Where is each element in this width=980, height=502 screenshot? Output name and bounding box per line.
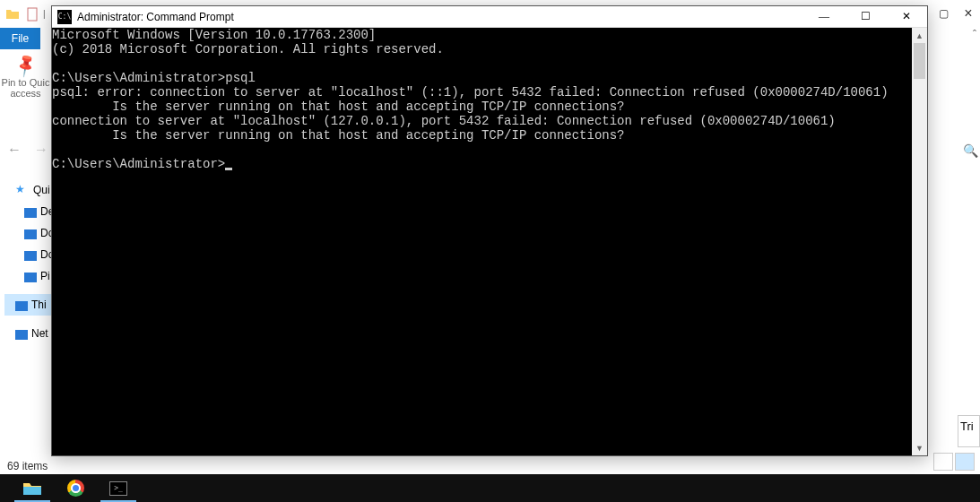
- view-large-icons-button[interactable]: [955, 453, 975, 471]
- taskbar-item-chrome[interactable]: [54, 474, 97, 502]
- nav-forward-button: →: [34, 142, 48, 158]
- command-prompt-window: C:\ Administrator: Command Prompt — ☐ ✕ …: [51, 5, 928, 456]
- pin-label-line2: access: [0, 88, 51, 99]
- status-bar-item-count: 69 items: [7, 460, 48, 472]
- scroll-thumb[interactable]: [914, 43, 925, 79]
- maximize-button[interactable]: ☐: [845, 6, 886, 28]
- cmd-line: C:\Users\Administrator>psql: [52, 71, 256, 85]
- taskbar-item-file-explorer[interactable]: [11, 474, 54, 502]
- sidebar-item-desktop[interactable]: De: [4, 201, 51, 222]
- downloads-icon: [24, 229, 37, 239]
- sidebar-item-this-pc[interactable]: Thi: [4, 294, 51, 316]
- sidebar-item-label: Pi: [40, 270, 50, 282]
- search-icon[interactable]: 🔍: [963, 143, 978, 158]
- chrome-icon: [67, 480, 84, 497]
- folder-icon: [5, 7, 20, 22]
- sidebar-item-label: Do: [40, 248, 51, 261]
- qat-divider: |: [43, 9, 46, 19]
- cmd-line: Is the server running on that host and a…: [52, 100, 625, 114]
- cmd-app-icon: C:\: [57, 10, 72, 24]
- sidebar-item-label: Thi: [31, 299, 47, 311]
- minimize-button[interactable]: —: [803, 6, 845, 28]
- ribbon-collapse-icon[interactable]: ˆ: [973, 29, 976, 41]
- cmd-titlebar[interactable]: C:\ Administrator: Command Prompt — ☐ ✕: [52, 6, 927, 28]
- cmd-terminal-output[interactable]: Microsoft Windows [Version 10.0.17763.23…: [52, 28, 912, 455]
- sidebar-item-downloads[interactable]: Do: [4, 222, 51, 244]
- explorer-window-controls: ▢ ×: [937, 7, 980, 20]
- file-explorer-icon: [22, 480, 42, 497]
- svg-rect-0: [28, 8, 37, 21]
- star-icon: ★: [15, 183, 30, 197]
- taskbar-item-cmd[interactable]: >_: [97, 474, 140, 502]
- nav-back-button[interactable]: ←: [7, 142, 22, 158]
- close-icon[interactable]: ×: [962, 7, 975, 20]
- explorer-sidebar: ★ Qui De Do Do Pi Thi Net: [4, 179, 51, 344]
- sidebar-item-label: De: [40, 205, 51, 218]
- restore-icon[interactable]: ▢: [937, 7, 950, 20]
- cmd-icon: >_: [109, 481, 127, 496]
- cmd-line: Is the server running on that host and a…: [52, 128, 625, 143]
- sidebar-item-quick-access[interactable]: ★ Qui: [4, 179, 51, 201]
- desktop-icon: [24, 208, 37, 218]
- sidebar-item-pictures[interactable]: Pi: [4, 265, 51, 287]
- cmd-window-controls: — ☐ ✕: [803, 6, 927, 28]
- sidebar-item-network[interactable]: Net: [4, 323, 51, 344]
- sidebar-item-label: Do: [40, 227, 51, 239]
- view-mode-switcher: [933, 453, 975, 471]
- pin-to-quick-access-button[interactable]: 📌 Pin to Quic access: [0, 52, 51, 115]
- cursor-icon: [225, 168, 232, 170]
- network-icon: [15, 330, 28, 340]
- cmd-line: connection to server at "localhost" (127…: [52, 114, 836, 128]
- cmd-line: Microsoft Windows [Version 10.0.17763.23…: [52, 28, 376, 42]
- pictures-icon: [24, 273, 37, 282]
- taskbar: >_: [0, 474, 980, 502]
- trial-badge: Tri: [958, 415, 980, 447]
- this-pc-icon: [15, 301, 28, 311]
- sidebar-item-label: Qui: [33, 184, 50, 196]
- cmd-line: C:\Users\Administrator>: [52, 157, 225, 171]
- sidebar-item-label: Net: [31, 327, 48, 340]
- cmd-line: psql: error: connection to server at "lo…: [52, 85, 889, 100]
- view-details-button[interactable]: [933, 453, 953, 471]
- cmd-scrollbar[interactable]: ▲ ▼: [912, 28, 927, 455]
- cmd-window-title: Administrator: Command Prompt: [77, 11, 803, 23]
- documents-icon: [24, 251, 37, 261]
- sidebar-item-documents[interactable]: Do: [4, 244, 51, 265]
- scroll-up-button[interactable]: ▲: [912, 28, 927, 43]
- scroll-down-button[interactable]: ▼: [912, 440, 927, 455]
- cmd-line: (c) 2018 Microsoft Corporation. All righ…: [52, 42, 444, 56]
- close-button[interactable]: ✕: [886, 6, 927, 28]
- document-icon: [25, 7, 39, 22]
